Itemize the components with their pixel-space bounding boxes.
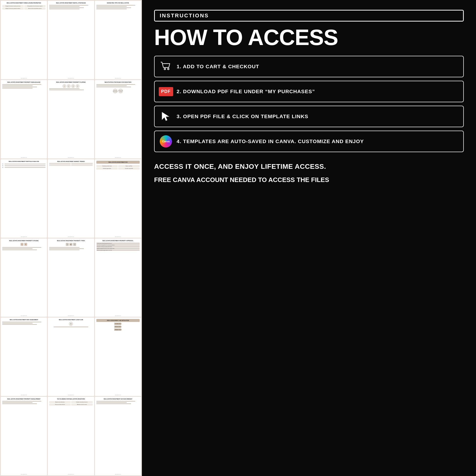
card-footer: www.mybrand.com (68, 236, 74, 237)
dollar-circle: $ (69, 322, 73, 326)
line (96, 84, 136, 85)
left-panel: REAL ESTATE INVESTMENT FORECLOSURE PROPE… (0, 0, 142, 476)
pdf-badge: PDF (159, 87, 173, 96)
card-footer: www.mybrand.com (21, 394, 27, 395)
numbered-line: 02 (2, 165, 46, 166)
access-text: ACCESS IT ONCE, AND ENJOY LIFETIME ACCES… (154, 162, 464, 171)
card-dev-title: REAL ESTATE INVESTMENT PROPERTY DEVELOPM… (7, 398, 41, 400)
card-risk-mit-header: RISK ASSESSMENT AND MITIGATION (96, 319, 140, 322)
step-4-box: Canva 4. TEMPLATES ARE AUTO-SAVED IN CAN… (154, 131, 464, 152)
line (96, 5, 136, 6)
line (49, 5, 88, 6)
roi-item: Calculate potential return (96, 165, 118, 167)
numbered-line: 03 (2, 167, 46, 168)
card-footer: www.mybrand.com (115, 236, 121, 237)
tax-item: Maximize tax deductions (49, 401, 71, 403)
circle-steps: 1 2 3 4 (63, 85, 79, 88)
arrow-item: Assess risks (114, 325, 121, 328)
arrow-item: Identify risks (114, 323, 121, 325)
card-lines (2, 247, 46, 251)
line (49, 9, 80, 9)
card-lines (96, 84, 140, 88)
circle-item: Develop techniques (113, 89, 118, 93)
card-appraisal: Real Estate Investment Property Appraisa… (95, 238, 141, 317)
card-item: Analyze foreclosure property condition (2, 8, 24, 10)
card-market-trends: REAL ESTATE INVESTMENT MARKET TRENDS www… (48, 159, 94, 238)
card-item: Seek guidance from foreclosure experts (24, 5, 46, 7)
tax-item: Maintain accurate records (71, 404, 93, 406)
card-risk-assessment: Real Estate Investment Risk Assessment w… (1, 318, 47, 396)
main-title: HOW TO ACCESS (154, 26, 464, 49)
step-1-box: 1. ADD TO CART & CHECKOUT (154, 56, 464, 77)
card-footer: www.mybrand.com (115, 78, 121, 79)
card-rental: Real Estate Investment Rental Strategies… (48, 1, 94, 79)
line (2, 86, 37, 87)
card-roi-header: REAL ESTATE INVESTMENT ROI (96, 161, 140, 164)
step-4-icon-container: Canva (159, 135, 173, 148)
appraisal-item: Understand property appraisal process (96, 243, 140, 244)
card-lines (2, 322, 46, 325)
line (96, 85, 127, 86)
line (5, 164, 46, 164)
line (96, 9, 127, 9)
card-item: Assess risks and potential rewards (24, 8, 46, 10)
card-lines (49, 88, 92, 91)
cart-icon (159, 60, 172, 73)
tax-item: Keep up-to-date with laws (49, 404, 71, 406)
table-cell (49, 163, 71, 164)
circle-1: 1 (63, 85, 66, 88)
circle-3: 3 (71, 85, 75, 88)
card-cash-flow: Real Estate Investment Cash Flow $ www.m… (48, 318, 94, 396)
icon-box: 🔍 (66, 243, 69, 246)
card-roi: REAL ESTATE INVESTMENT ROI Calculate pot… (95, 159, 141, 238)
card-wholesaling-title: Real Estate Investment PROPERTY WHOLESAL… (7, 82, 40, 83)
roi-item: Evaluate appreciation (96, 168, 118, 170)
card-portfolio: REAL ESTATE INVESTMENT PORTFOLIO ANALYSI… (1, 159, 47, 238)
circle-item: Research market (119, 89, 123, 93)
icon-row: 🏠 🪑 (20, 243, 27, 246)
numbered-line: 01 (2, 163, 46, 165)
line (2, 248, 33, 249)
step-3-text: 3. OPEN PDF FILE & CLICK ON TEMPLATE LIN… (177, 113, 308, 119)
line (96, 7, 131, 8)
line (2, 88, 33, 88)
icon-box: 🏠 (20, 243, 23, 246)
tax-grid: Maximize tax deductions Evaluate ownersh… (49, 401, 92, 406)
appraisal-item: Analyze appraisal reports for fair marke… (96, 248, 140, 249)
step-1-icon-container (159, 60, 173, 73)
line (49, 89, 84, 90)
card-footer: www.mybrand.com (21, 474, 27, 475)
line (2, 247, 41, 248)
tax-item: Evaluate ownership structures (71, 401, 93, 403)
card-cash-flow-title: Real Estate Investment Cash Flow (59, 319, 83, 321)
svg-point-0 (164, 68, 166, 70)
card-tax-planning: Tax Planning for Real Estate Investors M… (48, 397, 94, 475)
card-lines (96, 5, 140, 10)
arrow-item: Mitigate risks (114, 328, 122, 331)
line (96, 6, 127, 7)
table-row (49, 163, 92, 164)
card-staging-title: REAL ESTATE INVESTMENT PROPERTY STAGING (9, 240, 39, 241)
roi-item: Consider tax benefits (118, 168, 140, 170)
step-2-text: 2. DOWNLOAD PDF FILE UNDER “MY PURCHASES… (177, 88, 315, 94)
svg-marker-2 (162, 112, 169, 121)
card-lines (96, 401, 140, 405)
line (53, 326, 88, 327)
line (96, 403, 131, 404)
icon-box: 🏢 (73, 243, 76, 246)
instructions-text: INSTRUCTIONS (160, 13, 209, 18)
line (5, 165, 46, 166)
card-appraisal-title: Real Estate Investment Property Appraisa… (102, 240, 133, 241)
line (49, 88, 80, 89)
card-item: Navigate foreclosure auction processes (2, 5, 24, 7)
line (96, 401, 136, 402)
line (96, 86, 131, 87)
canva-text: FREE CANVA ACCOUNT NEEDED TO ACCESS THE … (154, 176, 464, 184)
line (5, 167, 46, 168)
card-market-trends-title: REAL ESTATE INVESTMENT MARKET TRENDS (57, 161, 85, 162)
card-property-types: REAL ESTATE INVESTMENT PROPERTY TYPES 🔍 … (48, 238, 94, 317)
card-footer: www.mybrand.com (68, 394, 74, 395)
card-lines: 01 02 03 (2, 163, 46, 169)
line (49, 247, 80, 248)
table-cell (71, 165, 93, 166)
